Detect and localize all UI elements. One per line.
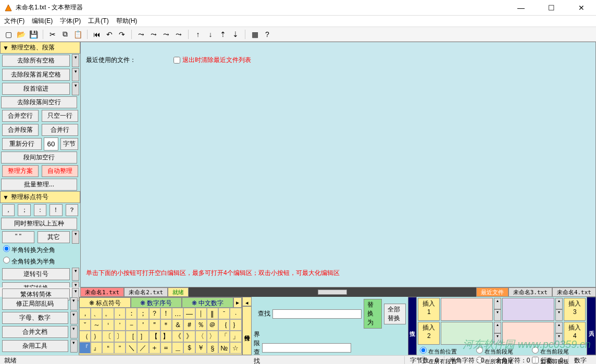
btn-indent[interactable]: 段首缩进 [2, 83, 70, 95]
symtab-num[interactable]: ❋ 数字序号 [131, 297, 182, 308]
sym-cell[interactable]: ｛ [218, 319, 230, 331]
help-icon[interactable]: ? [262, 29, 272, 40]
sym-cell[interactable]: ” [114, 342, 126, 354]
menu-file[interactable]: 文件(F) [4, 17, 24, 26]
sym-cell[interactable]: ＄ [183, 342, 195, 354]
insert4-box[interactable] [502, 322, 554, 345]
sym-cell[interactable]: ＃ [183, 319, 195, 331]
tab-file2[interactable]: 未命名2.txt [124, 287, 168, 297]
btn-merge-line[interactable]: 合并行 [42, 124, 78, 136]
up-icon[interactable]: ▴ [494, 298, 501, 309]
sym-cell[interactable]: 。 [102, 308, 114, 319]
menu-help[interactable]: 帮助(H) [116, 17, 138, 26]
sym-cell[interactable]: 〔 [102, 331, 114, 342]
sym-cell[interactable]: “ [102, 342, 114, 354]
minimize-button[interactable]: — [511, 1, 531, 15]
sym-cell[interactable]: ‘ [102, 319, 114, 331]
btn-misc[interactable]: 杂用工具 [2, 340, 68, 352]
sym-cell[interactable]: … [172, 308, 183, 319]
btn-rev-quote[interactable]: 逆转引号 [2, 268, 70, 280]
btn-resplit[interactable]: 重新分行 [2, 138, 42, 150]
dd-para-spaces[interactable]: ▾ [72, 68, 79, 81]
vtab-prev[interactable]: ◂ [242, 297, 252, 306]
dd-other-conv[interactable]: ▾ [72, 282, 79, 287]
sym-cell[interactable]: ＆ [172, 319, 183, 331]
sym-cell[interactable]: 《 [172, 331, 183, 342]
btn-remove-all-spaces[interactable]: 去除所有空格 [2, 55, 70, 67]
sym-cell[interactable]: ˇ [79, 319, 91, 331]
sym-cell[interactable]: 「 [218, 331, 230, 342]
sym-cell[interactable]: ｝ [230, 319, 241, 331]
menu-font[interactable]: 字体(P) [60, 17, 81, 26]
btn-merge-doc[interactable]: 合并文档 [2, 326, 68, 338]
resplit-input[interactable] [44, 137, 58, 150]
tab-ready[interactable]: 就绪 [168, 287, 189, 297]
btn-other-conv[interactable]: 其它转换 [2, 282, 70, 287]
sym-cell[interactable]: § [207, 342, 218, 354]
nav1-icon[interactable]: ⤳ [136, 29, 146, 40]
nav3-icon[interactable]: ⤳ [161, 29, 171, 40]
symtab-punct[interactable]: ❋ 标点符号 [79, 297, 131, 308]
insert3-box[interactable] [502, 298, 554, 321]
vtab-special[interactable]: 特殊符号 [242, 306, 252, 355]
btn-quote[interactable]: " " [2, 231, 34, 243]
sym-cell[interactable]: 》 [183, 331, 195, 342]
punct-！[interactable]: ！ [49, 204, 62, 216]
btn-other[interactable]: 其它 [38, 231, 70, 243]
sym-cell[interactable]: ～ [91, 319, 102, 331]
sym-cell[interactable]: — [183, 308, 195, 319]
symtab-cn[interactable]: ❋ 中文数字 [182, 297, 233, 308]
nav2-icon[interactable]: ⤳ [148, 29, 159, 40]
section-punct[interactable]: ▼整理标点符号 [0, 191, 80, 203]
r-curend[interactable]: 在当前段尾 [476, 347, 528, 356]
insert3-btn[interactable]: 插入3 [564, 298, 586, 321]
grid-icon[interactable]: ▦ [250, 29, 260, 40]
up-icon[interactable]: ↑ [193, 29, 203, 40]
btn-fix-garbled[interactable]: 修正局部乱码 [2, 298, 68, 310]
sym-cell[interactable]: 〈 [195, 331, 207, 342]
btn-merge-para[interactable]: 合并段落 [2, 124, 39, 136]
sym-cell[interactable]: ） [91, 331, 102, 342]
sym-cell[interactable]: ］ [137, 331, 148, 342]
paste-icon[interactable]: 📋 [72, 29, 83, 40]
btn-add-blank[interactable]: 段间加空行 [1, 152, 77, 164]
tab-file3[interactable]: 未命名3.txt [508, 287, 552, 297]
find-input[interactable] [272, 309, 362, 319]
sym-cell[interactable]: ＂ [149, 319, 160, 331]
btn-remove-between[interactable]: 去除段落间空行 [1, 96, 77, 108]
tab-file1[interactable]: 未命名1.txt [80, 287, 124, 297]
grip-handle[interactable] [318, 290, 347, 295]
down-icon[interactable]: ↓ [205, 29, 216, 40]
sym-cell[interactable]: 】 [160, 331, 172, 342]
btn-alnum[interactable]: 字母、数字 [2, 312, 68, 324]
sym-cell[interactable]: ！ [160, 308, 172, 319]
sym-cell[interactable]: （ [79, 331, 91, 342]
symtab-more[interactable]: ▸ [233, 297, 242, 308]
dd-remove-spaces[interactable]: ▾ [72, 54, 79, 67]
btn-scheme[interactable]: 整理方案 [2, 165, 39, 177]
sym-cell[interactable]: ＋ [149, 342, 160, 354]
sym-cell[interactable]: ☆ [230, 342, 241, 354]
sym-cell[interactable]: ， [79, 308, 91, 319]
sym-cell[interactable]: 〉 [207, 331, 218, 342]
sym-cell[interactable]: ˉ [218, 308, 230, 319]
replace-all-btn[interactable]: 全部替换 [384, 304, 406, 324]
sym-cell[interactable]: 【 [149, 331, 160, 342]
btn-batch[interactable]: 批量整理... [1, 179, 77, 191]
insert1-btn[interactable]: 插入1 [418, 298, 440, 321]
down-icon[interactable]: ▾ [494, 309, 501, 321]
sym-cell[interactable]: ｜ [195, 308, 207, 319]
nav4-icon[interactable]: ⤳ [173, 29, 184, 40]
upend-icon[interactable]: ⇡ [218, 29, 228, 40]
sym-cell[interactable]: ＿ [172, 342, 183, 354]
punct-，[interactable]: ， [2, 204, 15, 216]
sym-cell[interactable]: ； [137, 308, 148, 319]
sym-cell[interactable]: ． [114, 308, 126, 319]
r-curpos[interactable]: 在当前位置 [420, 347, 471, 356]
menu-tools[interactable]: 工具(T) [88, 17, 108, 26]
sym-cell[interactable]: 、 [91, 308, 102, 319]
punct-：[interactable]: ： [34, 204, 46, 216]
insert2-box[interactable] [441, 322, 493, 345]
sym-cell[interactable]: № [218, 342, 230, 354]
sym-cell[interactable]: － [126, 319, 137, 331]
